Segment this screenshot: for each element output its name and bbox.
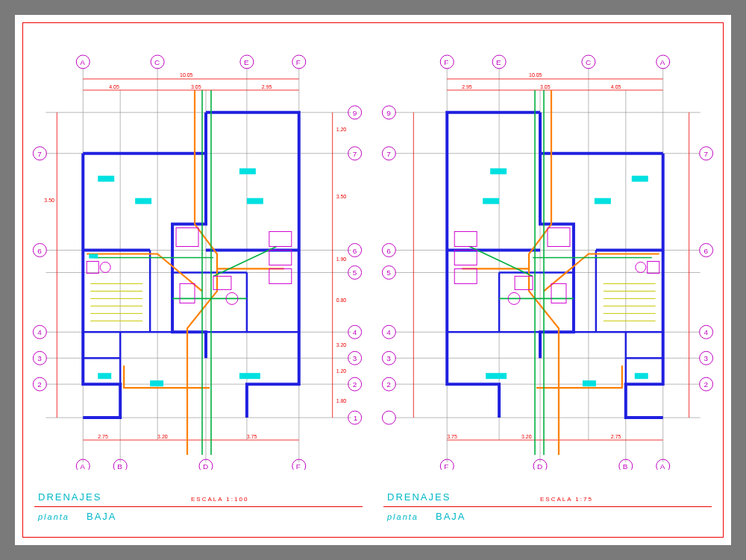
svg-text:10.05: 10.05	[529, 72, 542, 78]
svg-text:4.05: 4.05	[611, 84, 621, 89]
svg-rect-137	[515, 276, 533, 289]
cad-drawing-viewport: 10.05 4.05 3.05 2.95 1.20 3.50 1.90 0.80	[0, 0, 746, 560]
svg-text:E: E	[496, 58, 501, 66]
svg-text:1.20: 1.20	[336, 368, 347, 374]
svg-text:3.50: 3.50	[336, 194, 347, 199]
svg-text:3.20: 3.20	[157, 434, 168, 439]
svg-text:F: F	[444, 462, 448, 470]
svg-rect-153	[635, 373, 648, 379]
svg-text:5: 5	[386, 268, 391, 277]
svg-text:9: 9	[386, 109, 391, 117]
svg-text:3.50: 3.50	[44, 198, 54, 203]
svg-text:D: D	[537, 462, 542, 470]
svg-rect-43	[269, 251, 292, 265]
grid-vertical	[83, 68, 299, 462]
svg-point-193	[382, 411, 395, 424]
dim-top: 10.05 4.05 3.05 2.95	[83, 72, 299, 90]
svg-text:2: 2	[704, 380, 709, 388]
svg-text:B: B	[623, 462, 628, 470]
svg-text:7: 7	[704, 150, 709, 158]
plan-level: BAJA	[436, 511, 466, 522]
svg-text:9: 9	[353, 109, 357, 117]
svg-text:A: A	[660, 58, 665, 66]
grid-bubbles-right-r: 7 6 4 3 2	[700, 147, 713, 391]
svg-rect-48	[87, 261, 98, 273]
svg-text:A: A	[660, 462, 665, 470]
svg-text:4: 4	[386, 328, 391, 336]
svg-rect-135	[454, 251, 477, 265]
plan-level: BAJA	[87, 511, 117, 522]
svg-rect-154	[486, 373, 507, 379]
svg-text:1: 1	[354, 414, 358, 422]
svg-rect-57	[98, 176, 114, 182]
right-plan-svg: 10.05 2.95 3.05 4.05 3.75 3.20 2.75 F E	[372, 38, 723, 470]
svg-text:C: C	[586, 58, 591, 66]
right-plan-panel: 10.05 2.95 3.05 4.05 3.75 3.20 2.75 F E	[372, 23, 723, 537]
grid-bubbles-top: A C E F	[76, 55, 305, 69]
svg-rect-45	[213, 276, 231, 289]
svg-rect-62	[239, 373, 260, 379]
svg-text:3: 3	[704, 354, 709, 362]
svg-text:A: A	[80, 58, 85, 66]
svg-text:2.75: 2.75	[611, 434, 621, 439]
grid-bubbles-left-r: 9 7 6 5 4 3 2	[382, 106, 395, 424]
left-titleblock: DRENAJES ESCALA 1:100 planta BAJA	[34, 490, 363, 526]
svg-point-141	[636, 262, 646, 272]
svg-text:4: 4	[704, 328, 709, 336]
svg-text:4.05: 4.05	[109, 84, 119, 89]
right-titleblock: DRENAJES ESCALA 1:75 planta BAJA	[383, 490, 712, 526]
svg-text:10.05: 10.05	[180, 72, 193, 78]
svg-rect-151	[490, 169, 507, 174]
svg-text:C: C	[154, 58, 160, 66]
plan-label: planta	[387, 512, 419, 521]
svg-text:2: 2	[353, 380, 357, 388]
svg-text:4: 4	[37, 328, 42, 336]
svg-text:7: 7	[353, 150, 357, 158]
svg-text:2.95: 2.95	[262, 84, 272, 89]
dim-right: 1.20 3.50 1.90 0.80 3.20 1.20 1.80	[333, 113, 347, 418]
svg-text:6: 6	[37, 247, 42, 255]
scale-label: ESCALA 1:75	[540, 496, 593, 503]
title-divider	[383, 506, 712, 507]
svg-rect-134	[454, 232, 477, 247]
svg-rect-149	[632, 176, 648, 182]
svg-text:F: F	[444, 58, 448, 66]
svg-rect-63	[150, 380, 163, 386]
svg-rect-42	[269, 232, 292, 247]
title-divider	[34, 506, 363, 507]
svg-rect-139	[551, 283, 566, 303]
svg-text:4: 4	[353, 328, 357, 336]
svg-rect-155	[583, 380, 596, 386]
svg-rect-58	[135, 198, 151, 204]
svg-text:5: 5	[353, 268, 357, 277]
scale-label: ESCALA 1:100	[191, 496, 248, 503]
svg-text:3.05: 3.05	[540, 84, 551, 89]
left-plan: 10.05 4.05 3.05 2.95 1.20 3.50 1.90 0.80	[23, 38, 374, 470]
svg-text:6: 6	[704, 247, 709, 255]
grid-bubbles-bottom: A B D F	[76, 459, 305, 470]
svg-text:1.20: 1.20	[336, 127, 347, 132]
svg-rect-140	[648, 261, 659, 273]
svg-text:3.75: 3.75	[447, 434, 457, 439]
svg-rect-136	[454, 268, 477, 283]
svg-text:D: D	[203, 462, 208, 470]
svg-text:3.20: 3.20	[336, 342, 347, 347]
grid-bubbles-bottom-r: F D B A	[440, 459, 669, 470]
left-plan-panel: 10.05 4.05 3.05 2.95 1.20 3.50 1.90 0.80	[23, 23, 374, 537]
svg-text:3: 3	[353, 354, 357, 362]
svg-text:6: 6	[353, 247, 357, 255]
grid-horizontal	[46, 113, 351, 418]
svg-text:2: 2	[37, 380, 42, 388]
svg-rect-47	[180, 283, 195, 303]
fixtures	[87, 169, 292, 386]
svg-text:7: 7	[37, 150, 42, 158]
svg-rect-44	[269, 268, 292, 283]
svg-rect-50	[176, 228, 198, 247]
dim-bottom: 2.75 3.20 3.75	[83, 434, 299, 440]
svg-text:2: 2	[386, 380, 391, 388]
svg-rect-60	[247, 198, 263, 204]
drawing-title: DRENAJES	[38, 491, 101, 503]
left-plan-svg: 10.05 4.05 3.05 2.95 1.20 3.50 1.90 0.80	[23, 38, 374, 470]
svg-text:F: F	[296, 462, 301, 470]
svg-rect-61	[98, 373, 111, 379]
